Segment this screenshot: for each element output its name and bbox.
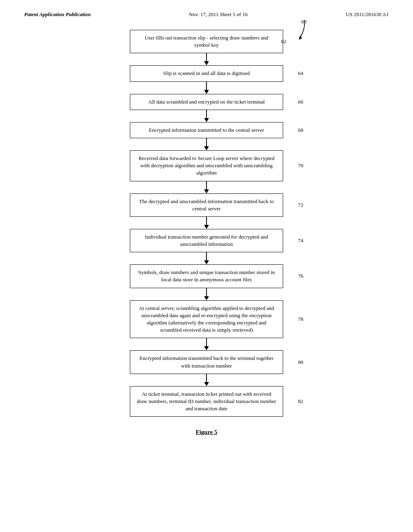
arrow-5 [204, 181, 209, 193]
box-62-text: User fills out transaction slip - select… [145, 35, 269, 48]
box-80-text: Encrypted information transmitted back t… [140, 355, 273, 368]
box-70-text: Received data forwarded to Secure Loop s… [138, 155, 274, 176]
label-60: 60 [301, 19, 307, 25]
box-76-text: Symbols, draw numbers and unique transac… [138, 269, 275, 283]
node-wrapper-80: Encrypted information transmitted back t… [106, 350, 307, 374]
box-82-text: At ticket terminal, transaction ticket p… [137, 391, 276, 411]
box-68: Encrypted information transmitted to the… [130, 122, 283, 138]
label-82: 82 [298, 398, 303, 405]
box-66: All data scrambled and encrypted on the … [130, 94, 283, 110]
arrow-6 [204, 217, 209, 229]
arrow-10 [204, 374, 209, 386]
figure-label: Figure 5 [196, 429, 217, 436]
label-66: 66 [298, 99, 303, 105]
box-78-text: At central server, scrambling algorithm … [139, 305, 274, 333]
arrow-2 [204, 82, 209, 94]
node-wrapper-76: Symbols, draw numbers and unique transac… [106, 264, 307, 288]
node-wrapper-68: Encrypted information transmitted to the… [106, 122, 307, 138]
arrow-8 [204, 288, 209, 300]
box-72: The decrypted and unscrambled informatio… [130, 193, 283, 217]
box-74: Individual transaction number generated … [130, 229, 283, 252]
node-wrapper-62: User fills out transaction slip - select… [106, 30, 307, 53]
box-62: User fills out transaction slip - select… [130, 30, 283, 53]
box-80: Encrypted information transmitted back t… [130, 350, 283, 374]
box-72-text: The decrypted and unscrambled informatio… [139, 198, 274, 212]
label-64: 64 [298, 70, 303, 77]
diagram-container: User fills out transaction slip - select… [0, 22, 413, 444]
arrow-9 [204, 338, 209, 350]
box-78: At central server, scrambling algorithm … [130, 300, 283, 339]
arrow-7 [204, 252, 209, 264]
header-publication: Patent Application Publication [24, 11, 91, 18]
flow-chart: User fills out transaction slip - select… [106, 30, 307, 417]
page-header: Patent Application Publication Nov. 17, … [0, 0, 413, 22]
box-82: At ticket terminal, transaction ticket p… [130, 386, 283, 417]
box-64: Slip is scanned in and all data is digit… [130, 65, 283, 81]
box-70: Received data forwarded to Secure Loop s… [130, 150, 283, 181]
box-68-text: Encrypted information transmitted to the… [149, 127, 264, 133]
header-date-sheet: Nov. 17, 2011 Sheet 5 of 16 [189, 11, 248, 18]
node-wrapper-78: At central server, scrambling algorithm … [106, 300, 307, 339]
box-64-text: Slip is scanned in and all data is digit… [163, 70, 250, 76]
label-76: 76 [298, 273, 303, 279]
box-66-text: All data scrambled and encrypted on the … [148, 99, 265, 105]
label-68: 68 [298, 127, 303, 133]
label-80: 80 [298, 359, 303, 366]
node-wrapper-82: At ticket terminal, transaction ticket p… [106, 386, 307, 417]
label-72: 72 [298, 202, 303, 208]
node-wrapper-74: Individual transaction number generated … [106, 229, 307, 252]
label-78: 78 [298, 316, 303, 322]
node-wrapper-70: Received data forwarded to Secure Loop s… [106, 150, 307, 181]
label-70: 70 [298, 162, 303, 169]
node-wrapper-72: The decrypted and unscrambled informatio… [106, 193, 307, 217]
header-patent-number: US 2011/281630 A1 [346, 11, 389, 18]
arrow-1 [204, 53, 209, 65]
label-62: 62 [281, 38, 286, 45]
label-74: 74 [298, 237, 303, 244]
box-74-text: Individual transaction number generated … [145, 234, 268, 247]
node-wrapper-64: Slip is scanned in and all data is digit… [106, 65, 307, 81]
arrow-3 [204, 110, 209, 122]
node-wrapper-66: All data scrambled and encrypted on the … [106, 94, 307, 110]
arrow-4 [204, 138, 209, 150]
box-76: Symbols, draw numbers and unique transac… [130, 264, 283, 288]
